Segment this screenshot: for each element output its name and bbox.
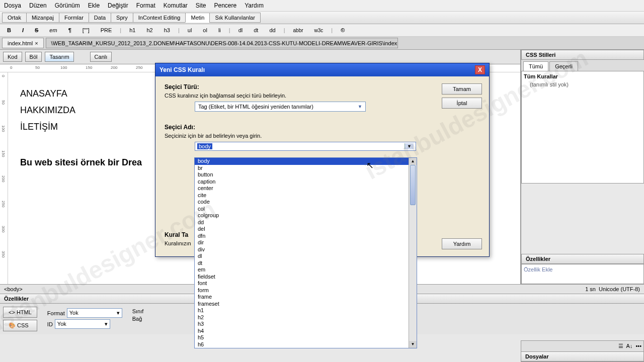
dropdown-option[interactable]: center (195, 185, 409, 192)
add-property-link[interactable]: Özellik Ekle (524, 266, 552, 273)
dropdown-option[interactable]: dl (195, 253, 409, 260)
category-tab[interactable]: Ortak (2, 13, 27, 23)
document-tab[interactable]: index.html × (2, 38, 44, 48)
w3c-button[interactable]: w3c (311, 27, 327, 34)
dropdown-option[interactable]: dfn (195, 233, 409, 240)
menu-item[interactable]: Site (196, 2, 206, 9)
dropdown-option[interactable]: h2 (195, 314, 409, 321)
format-select[interactable]: Yok ▾ (67, 308, 122, 318)
tag-selector[interactable]: <body> (4, 286, 23, 292)
dropdown-option[interactable]: form (195, 287, 409, 294)
sort-icon[interactable]: A↓ (626, 343, 633, 349)
scroll-up-icon[interactable]: ▲ (409, 158, 417, 165)
scroll-down-icon[interactable]: ▼ (409, 341, 417, 348)
dropdown-option[interactable]: dir (195, 239, 409, 246)
dropdown-option[interactable]: dt (195, 260, 409, 267)
bold-button[interactable]: B (4, 26, 14, 34)
dropdown-option[interactable]: body (195, 158, 409, 165)
dropdown-option[interactable]: cite (195, 192, 409, 199)
li-button[interactable]: li (215, 26, 224, 34)
category-tab[interactable]: InContext Editing (133, 13, 186, 23)
dropdown-option[interactable]: fieldset (195, 274, 409, 281)
abbr-button[interactable]: abbr (290, 27, 306, 34)
ok-button[interactable]: Tamam (442, 83, 482, 95)
dt-button[interactable]: dt (251, 26, 261, 34)
blockquote-button[interactable]: [""] (79, 26, 93, 34)
menu-item[interactable]: Dosya (4, 2, 21, 9)
document-tab[interactable]: \WEB_TASARIM_KURSU_2012_2013_2.DONEM\HAF… (46, 38, 398, 48)
split-view-button[interactable]: Böl (25, 52, 42, 62)
html-mode-button[interactable]: <> HTML (3, 307, 37, 318)
tab-all[interactable]: Tümü (523, 61, 548, 71)
dropdown-option[interactable]: button (195, 171, 409, 178)
dropdown-option[interactable]: code (195, 199, 409, 206)
close-icon[interactable]: X (475, 65, 485, 74)
italic-button[interactable]: I (19, 26, 27, 34)
menu-item[interactable]: Ekle (88, 2, 100, 9)
category-tab[interactable]: Mizanpaj (26, 13, 59, 23)
dropdown-option[interactable]: colgroup (195, 212, 409, 219)
tab-current[interactable]: Geçerli (549, 61, 578, 71)
dropdown-option[interactable]: h5 (195, 334, 409, 341)
dropdown-option[interactable]: br (195, 165, 409, 172)
css-mode-button[interactable]: 🎨 CSS (3, 320, 37, 331)
dropdown-option[interactable]: em (195, 266, 409, 274)
id-select[interactable]: Yok ▾ (55, 319, 110, 329)
dl-button[interactable]: dl (235, 26, 246, 34)
category-tab[interactable]: Spry (111, 13, 133, 23)
paragraph-button[interactable]: ¶ (65, 26, 74, 34)
design-view-button[interactable]: Tasarım (45, 52, 73, 62)
menu-item[interactable]: Yardım (245, 2, 264, 9)
scroll-thumb[interactable] (410, 165, 416, 205)
dropdown-option[interactable]: frame (195, 294, 409, 301)
em-button[interactable]: em (46, 26, 60, 34)
panel-title[interactable]: CSS Stilleri (521, 50, 644, 60)
pre-button[interactable]: PRE (98, 26, 115, 34)
dropdown-option[interactable]: col (195, 206, 409, 213)
dropdown-option[interactable]: frameset (195, 301, 409, 308)
ul-button[interactable]: ul (185, 26, 195, 34)
properties-icon[interactable]: ☰ (618, 343, 623, 349)
scrollbar[interactable]: ▲ ▼ (409, 158, 417, 348)
selector-type-label: Seçici Türü: (165, 83, 480, 90)
menu-item[interactable]: Görünüm (55, 2, 80, 9)
help-button[interactable]: Yardım (442, 238, 482, 249)
live-view-button[interactable]: Canlı (90, 52, 112, 62)
close-icon[interactable]: × (35, 40, 38, 46)
dropdown-option[interactable]: h1 (195, 307, 409, 314)
dropdown-option[interactable]: font (195, 280, 409, 287)
dropdown-option[interactable]: h3 (195, 321, 409, 328)
dropdown-option[interactable]: caption (195, 178, 409, 186)
category-tab[interactable]: Sık Kullanılanlar (209, 13, 261, 23)
category-icon[interactable]: ••• (635, 343, 641, 349)
category-tab[interactable]: Formlar (59, 13, 89, 23)
h3-button[interactable]: h3 (161, 26, 173, 34)
menu-item[interactable]: Düzen (29, 2, 47, 9)
ol-button[interactable]: ol (200, 26, 210, 34)
copyright-button[interactable]: © (338, 26, 348, 34)
dropdown-option[interactable]: h6 (195, 341, 409, 348)
chevron-down-icon[interactable]: ▼ (405, 143, 414, 149)
h2-button[interactable]: h2 (143, 26, 155, 34)
menu-item[interactable]: Pencere (214, 2, 237, 9)
dropdown-option[interactable]: h4 (195, 328, 409, 335)
dialog-titlebar[interactable]: Yeni CSS Kuralı X (155, 63, 489, 76)
category-tab-active[interactable]: Metin (185, 13, 210, 23)
cancel-button[interactable]: İptal (442, 98, 482, 109)
selector-name-combo[interactable]: body ▼ (195, 142, 416, 151)
menu-item[interactable]: Değiştir (108, 2, 128, 9)
dropdown-option[interactable]: del (195, 226, 409, 233)
category-tab[interactable]: Data (89, 13, 111, 23)
dropdown-option[interactable]: dd (195, 219, 409, 226)
menu-bar: Dosya Düzen Görünüm Ekle Değiştir Format… (0, 0, 644, 12)
h1-button[interactable]: h1 (126, 26, 138, 34)
dd-button[interactable]: dd (266, 26, 278, 34)
code-view-button[interactable]: Kod (3, 52, 22, 62)
selector-name-dropdown[interactable]: bodybrbuttoncaptioncentercitecodecolcolg… (194, 157, 417, 348)
selector-type-combo[interactable]: Tag (Etiket, bir HTML öğesini yeniden ta… (195, 102, 366, 112)
files-panel-title[interactable]: Dosyalar (521, 352, 643, 361)
dropdown-option[interactable]: div (195, 246, 409, 253)
menu-item[interactable]: Komutlar (164, 2, 188, 9)
strike-button[interactable]: S (32, 26, 41, 34)
menu-item[interactable]: Format (136, 2, 155, 9)
